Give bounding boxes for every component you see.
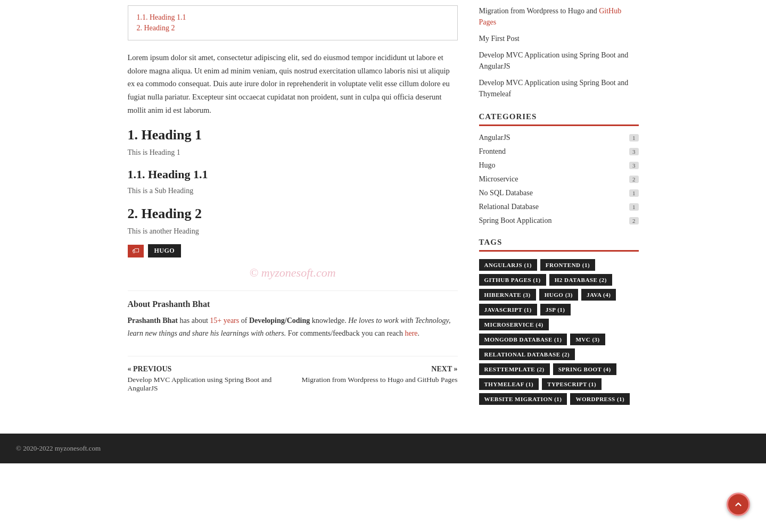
footer: © 2020-2022 myzonesoft.com bbox=[0, 434, 766, 463]
tags-title: TAGS bbox=[479, 238, 639, 252]
category-angularjs[interactable]: AngularJS bbox=[479, 134, 510, 142]
prev-label: « PREVIOUS bbox=[128, 365, 286, 373]
cat-count-3: 3 bbox=[629, 162, 639, 169]
about-section: About Prashanth Bhat Prashanth Bhat has … bbox=[128, 290, 458, 340]
recent-post-3[interactable]: Develop MVC Application using Spring Boo… bbox=[479, 49, 639, 72]
toc-box: 1.1. Heading 1.1 2. Heading 2 bbox=[128, 5, 458, 40]
prev-post: « PREVIOUS Develop MVC Application using… bbox=[128, 365, 286, 393]
article-heading-1: 1. Heading 1 bbox=[128, 127, 458, 143]
recent-post-4[interactable]: Develop MVC Application using Spring Boo… bbox=[479, 77, 639, 99]
category-frontend[interactable]: Frontend bbox=[479, 147, 506, 156]
tag-chip-githubpages[interactable]: GITHUB PAGES (1) bbox=[479, 274, 546, 286]
tag-chip-springboot[interactable]: SPRING BOOT (4) bbox=[553, 363, 616, 375]
category-springboot[interactable]: Spring Boot Application bbox=[479, 217, 552, 225]
tag-chip-javascript[interactable]: JAVASCRIPT (1) bbox=[479, 304, 537, 315]
tags-cloud: ANGULARJS (1) FRONTEND (1) GITHUB PAGES … bbox=[479, 259, 639, 405]
tag-chip-mvc[interactable]: MVC (3) bbox=[570, 334, 605, 345]
article-heading-2: 2. Heading 2 bbox=[128, 206, 458, 222]
recent-post-2[interactable]: My First Post bbox=[479, 33, 639, 44]
categories-section: CATEGORIES AngularJS1 Frontend3 Hugo3 Mi… bbox=[479, 112, 639, 225]
category-hugo[interactable]: Hugo bbox=[479, 161, 496, 170]
tag-chip-relationaldb[interactable]: RELATIONAL DATABASE (2) bbox=[479, 348, 575, 360]
tag-chip-resttemplate[interactable]: RESTTEMPLATE (2) bbox=[479, 363, 550, 375]
category-item: No SQL Database1 bbox=[479, 189, 639, 197]
prev-post-link[interactable]: Develop MVC Application using Spring Boo… bbox=[128, 376, 272, 392]
category-microservice[interactable]: Microservice bbox=[479, 175, 518, 184]
author-name: Prashanth Bhat bbox=[128, 317, 178, 325]
cat-count-1: 1 bbox=[629, 134, 639, 142]
article-body: Lorem ipsum dolor sit amet, consectetur … bbox=[128, 51, 458, 117]
tag-chip-wordpress[interactable]: WORDPRESS (1) bbox=[570, 393, 630, 405]
article-heading-1-1: 1.1. Heading 1.1 bbox=[128, 168, 458, 181]
tag-chip-typescript[interactable]: TYPESCRIPT (1) bbox=[542, 378, 602, 390]
toc-item-1[interactable]: 1.1. Heading 1.1 bbox=[137, 13, 449, 22]
category-item: Relational Database1 bbox=[479, 203, 639, 211]
sidebar: Migration from Wordpress to Hugo and Git… bbox=[474, 5, 639, 418]
next-post: NEXT » Migration from Wordpress to Hugo … bbox=[301, 365, 457, 393]
article-subtext-2: This is another Heading bbox=[128, 227, 458, 236]
category-item: AngularJS1 bbox=[479, 134, 639, 142]
tag-chip-java[interactable]: JAVA (4) bbox=[581, 289, 616, 301]
recent-post-1[interactable]: Migration from Wordpress to Hugo and Git… bbox=[479, 5, 639, 28]
tag-chip-websitemigration[interactable]: WEBSITE MIGRATION (1) bbox=[479, 393, 567, 405]
post-navigation: « PREVIOUS Develop MVC Application using… bbox=[128, 356, 458, 393]
category-list: AngularJS1 Frontend3 Hugo3 Microservice2… bbox=[479, 134, 639, 225]
article-subtext-1-1: This is a Sub Heading bbox=[128, 187, 458, 195]
category-item: Spring Boot Application2 bbox=[479, 217, 639, 225]
next-label: NEXT » bbox=[301, 365, 457, 373]
cat-count-7: 2 bbox=[629, 217, 639, 225]
recent-posts-section: Migration from Wordpress to Hugo and Git… bbox=[479, 5, 639, 99]
tag-hugo[interactable]: HUGO bbox=[148, 244, 182, 257]
tag-chip-thymeleaf[interactable]: THYMELEAF (1) bbox=[479, 378, 539, 390]
cat-count-5: 1 bbox=[629, 189, 639, 197]
skill-text: Developing/Coding bbox=[249, 317, 310, 325]
categories-title: CATEGORIES bbox=[479, 112, 639, 126]
cat-count-4: 2 bbox=[629, 176, 639, 183]
tag-chip-frontend[interactable]: FRONTEND (1) bbox=[540, 259, 595, 271]
tag-chip-jsp[interactable]: JSP (1) bbox=[540, 304, 571, 315]
tag-chip-angularjs[interactable]: ANGULARJS (1) bbox=[479, 259, 537, 271]
category-item: Microservice2 bbox=[479, 175, 639, 184]
category-relational[interactable]: Relational Database bbox=[479, 203, 539, 211]
tag-chip-h2db[interactable]: H2 DATABASE (2) bbox=[549, 274, 612, 286]
post-tags: 🏷 HUGO bbox=[128, 244, 458, 257]
about-text: Prashanth Bhat has about 15+ years of De… bbox=[128, 314, 458, 340]
category-nosql[interactable]: No SQL Database bbox=[479, 189, 533, 197]
footer-copyright: © 2020-2022 myzonesoft.com bbox=[16, 444, 101, 452]
tag-chip-microservice[interactable]: MICROSERVICE (4) bbox=[479, 319, 549, 330]
tag-chip-mongodb[interactable]: MONGODB DATABASE (1) bbox=[479, 334, 567, 345]
category-item: Frontend3 bbox=[479, 147, 639, 156]
main-content: 1.1. Heading 1.1 2. Heading 2 Lorem ipsu… bbox=[128, 5, 474, 418]
here-link[interactable]: here bbox=[405, 329, 417, 337]
watermark: © myzonesoft.com bbox=[128, 266, 458, 280]
category-item: Hugo3 bbox=[479, 161, 639, 170]
tag-icon: 🏷 bbox=[128, 245, 144, 257]
recent-posts-list: Migration from Wordpress to Hugo and Git… bbox=[479, 5, 639, 99]
cat-count-2: 3 bbox=[629, 148, 639, 155]
about-title: About Prashanth Bhat bbox=[128, 300, 458, 309]
years-link[interactable]: 15+ years bbox=[210, 317, 239, 325]
tag-chip-hibernate[interactable]: HIBERNATE (3) bbox=[479, 289, 536, 301]
toc-item-2[interactable]: 2. Heading 2 bbox=[137, 24, 449, 32]
cat-count-6: 1 bbox=[629, 203, 639, 211]
article-subtext-1: This is Heading 1 bbox=[128, 148, 458, 157]
tag-chip-hugo[interactable]: HUGO (3) bbox=[539, 289, 578, 301]
next-post-link[interactable]: Migration from Wordpress to Hugo and Git… bbox=[301, 376, 457, 384]
tags-section: TAGS ANGULARJS (1) FRONTEND (1) GITHUB P… bbox=[479, 238, 639, 405]
